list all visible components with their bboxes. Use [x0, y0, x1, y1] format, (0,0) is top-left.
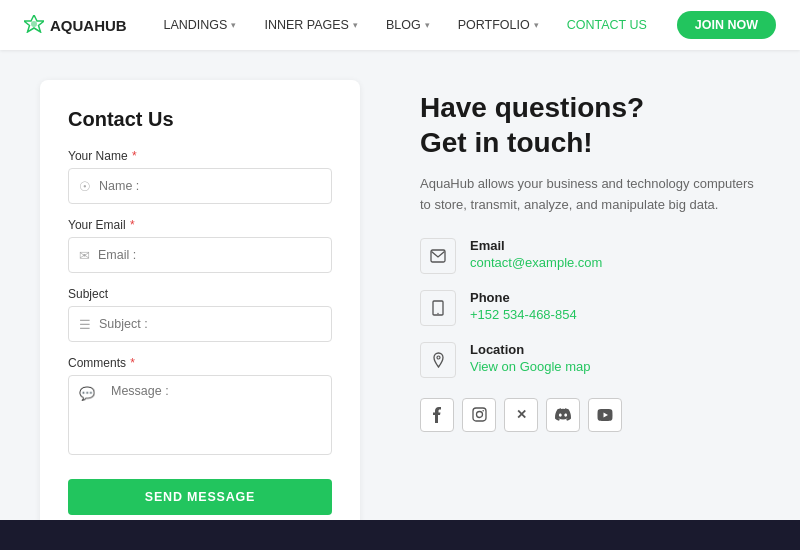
- nav-landings[interactable]: LANDINGS ▾: [150, 0, 251, 50]
- subject-label: Subject: [68, 287, 332, 301]
- nav-contact-us[interactable]: CONTACT US: [553, 0, 661, 50]
- phone-info-icon: [420, 290, 456, 326]
- name-input-wrapper: ☉: [68, 168, 332, 204]
- chevron-down-icon: ▾: [353, 20, 358, 30]
- required-marker: *: [130, 356, 135, 370]
- contact-form-card: Contact Us Your Name * ☉ Your Email * ✉: [40, 80, 360, 543]
- email-field-group: Your Email * ✉: [68, 218, 332, 273]
- svg-point-6: [482, 410, 484, 412]
- svg-rect-1: [431, 250, 445, 262]
- facebook-button[interactable]: [420, 398, 454, 432]
- name-input[interactable]: [99, 179, 321, 193]
- message-input-wrapper: 💬: [68, 375, 332, 455]
- user-icon: ☉: [79, 179, 91, 194]
- twitter-x-button[interactable]: ✕: [504, 398, 538, 432]
- svg-point-0: [31, 21, 37, 27]
- info-heading: Have questions? Get in touch!: [420, 90, 760, 160]
- email-info-text: Email contact@example.com: [470, 238, 602, 270]
- name-label: Your Name *: [68, 149, 332, 163]
- location-value[interactable]: View on Google map: [470, 359, 590, 374]
- chevron-down-icon: ▾: [425, 20, 430, 30]
- location-info-item: Location View on Google map: [420, 342, 760, 378]
- email-label: Your Email *: [68, 218, 332, 232]
- email-info-item: Email contact@example.com: [420, 238, 760, 274]
- email-input[interactable]: [98, 248, 321, 262]
- email-info-icon: [420, 238, 456, 274]
- brand-icon: [24, 15, 44, 36]
- brand-logo-area: AQUAHUB: [24, 15, 127, 36]
- nav-inner-pages[interactable]: INNER PAGES ▾: [250, 0, 372, 50]
- envelope-icon: ✉: [79, 248, 90, 263]
- comments-label: Comments *: [68, 356, 332, 370]
- nav-blog[interactable]: BLOG ▾: [372, 0, 444, 50]
- message-icon: 💬: [79, 386, 95, 401]
- location-label-text: Location: [470, 342, 590, 357]
- phone-value[interactable]: +152 534-468-854: [470, 307, 577, 322]
- required-marker: *: [130, 218, 135, 232]
- phone-info-item: Phone +152 534-468-854: [420, 290, 760, 326]
- discord-button[interactable]: [546, 398, 580, 432]
- send-message-button[interactable]: SEND MESSAGE: [68, 479, 332, 515]
- chevron-down-icon: ▾: [534, 20, 539, 30]
- message-textarea[interactable]: [111, 384, 321, 444]
- phone-label-text: Phone: [470, 290, 577, 305]
- footer-bar: [0, 520, 800, 550]
- svg-rect-4: [473, 408, 486, 421]
- navbar: AQUAHUB LANDINGS ▾ INNER PAGES ▾ BLOG ▾ …: [0, 0, 800, 50]
- location-info-icon: [420, 342, 456, 378]
- main-nav: LANDINGS ▾ INNER PAGES ▾ BLOG ▾ PORTFOLI…: [150, 0, 661, 50]
- comments-field-group: Comments * 💬: [68, 356, 332, 455]
- svg-point-5: [476, 412, 482, 418]
- subject-input-wrapper: ☰: [68, 306, 332, 342]
- social-links: ✕: [420, 398, 760, 432]
- svg-point-3: [437, 356, 440, 359]
- subject-input[interactable]: [99, 317, 321, 331]
- chevron-down-icon: ▾: [231, 20, 236, 30]
- info-description: AquaHub allows your business and technol…: [420, 174, 760, 216]
- contact-info-section: Have questions? Get in touch! AquaHub al…: [420, 80, 760, 432]
- youtube-button[interactable]: [588, 398, 622, 432]
- phone-info-text: Phone +152 534-468-854: [470, 290, 577, 322]
- document-icon: ☰: [79, 317, 91, 332]
- form-title: Contact Us: [68, 108, 332, 131]
- join-now-button[interactable]: JOIN NOW: [677, 11, 776, 39]
- page-content: Contact Us Your Name * ☉ Your Email * ✉: [0, 50, 800, 550]
- name-field-group: Your Name * ☉: [68, 149, 332, 204]
- instagram-button[interactable]: [462, 398, 496, 432]
- email-label-text: Email: [470, 238, 602, 253]
- svg-point-2: [437, 312, 438, 313]
- email-value[interactable]: contact@example.com: [470, 255, 602, 270]
- subject-field-group: Subject ☰: [68, 287, 332, 342]
- email-input-wrapper: ✉: [68, 237, 332, 273]
- nav-portfolio[interactable]: PORTFOLIO ▾: [444, 0, 553, 50]
- location-info-text: Location View on Google map: [470, 342, 590, 374]
- brand-name: AQUAHUB: [50, 17, 127, 34]
- required-marker: *: [132, 149, 137, 163]
